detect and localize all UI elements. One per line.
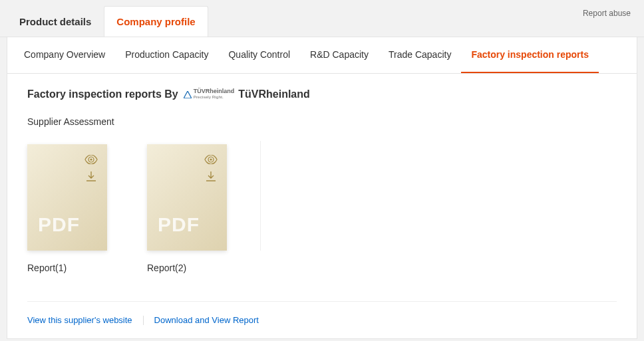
report-abuse-link[interactable]: Report abuse: [583, 9, 637, 18]
pdf-card[interactable]: PDF: [27, 144, 107, 251]
footer-separator: [143, 316, 144, 325]
tuv-logo-text: TÜVRheinland: [194, 88, 235, 94]
pdf-label: PDF: [158, 213, 200, 236]
report-name: Report(2): [147, 263, 247, 273]
report-item: PDF Report(2): [147, 144, 247, 273]
eye-icon[interactable]: [84, 155, 98, 164]
subtab-factory-inspection[interactable]: Factory inspection reports: [461, 37, 599, 73]
subtab-quality-control[interactable]: Quality Control: [218, 37, 300, 73]
triangle-icon: [184, 91, 192, 98]
certifier-name: TüVRheinland: [238, 88, 310, 100]
report-name: Report(1): [27, 263, 127, 273]
download-view-report-link[interactable]: Download and View Report: [154, 315, 259, 325]
report-item: PDF Report(1): [27, 144, 127, 273]
download-icon[interactable]: [84, 171, 98, 183]
svg-point-1: [210, 158, 212, 160]
eye-icon[interactable]: [204, 155, 218, 164]
svg-point-0: [90, 158, 92, 160]
subtab-trade-capacity[interactable]: Trade Capacity: [379, 37, 461, 73]
subtab-production-capacity[interactable]: Production Capacity: [115, 37, 218, 73]
tuv-logo: TÜVRheinland Precisely Right.: [184, 88, 235, 100]
title-prefix: Factory inspection reports By: [27, 88, 178, 100]
tab-product-details[interactable]: Product details: [7, 6, 104, 37]
pdf-label: PDF: [38, 213, 80, 236]
subtab-company-overview[interactable]: Company Overview: [14, 37, 115, 73]
download-icon[interactable]: [204, 171, 218, 183]
sub-heading: Supplier Assessment: [27, 116, 617, 127]
subtab-rd-capacity[interactable]: R&D Capacity: [300, 37, 379, 73]
section-title: Factory inspection reports By TÜVRheinla…: [27, 88, 617, 100]
tab-company-profile[interactable]: Company profile: [104, 6, 208, 37]
view-supplier-website-link[interactable]: View this supplier's website: [27, 315, 132, 325]
tuv-tagline: Precisely Right.: [194, 94, 235, 100]
pdf-card[interactable]: PDF: [147, 144, 227, 251]
vertical-divider: [260, 141, 261, 251]
